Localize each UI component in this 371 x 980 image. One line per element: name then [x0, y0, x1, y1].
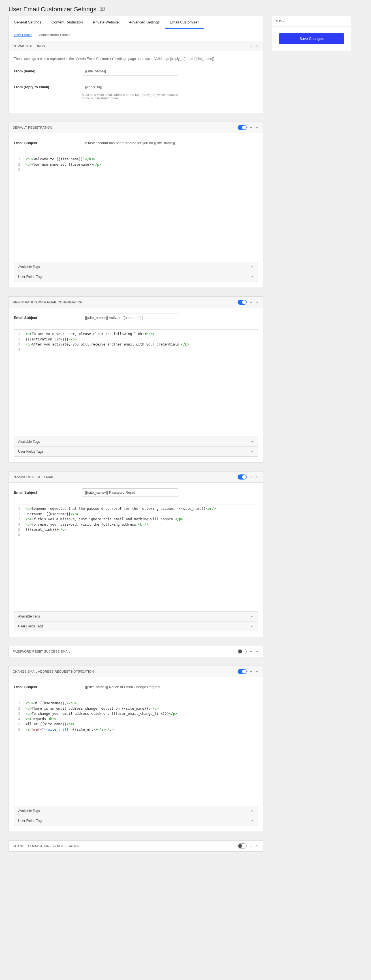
save-panel-header: SAVE [272, 16, 351, 27]
change-email-req-toggle[interactable] [238, 669, 247, 674]
default-registration-subject-input[interactable] [82, 139, 178, 147]
save-panel: SAVE Save Changes [272, 16, 351, 51]
reg-confirm-toggle[interactable] [238, 300, 247, 305]
reg-confirm-editor[interactable]: 1234<p>To activate your user, please cli… [14, 329, 258, 437]
tab-email-customizer[interactable]: Email Customizer [165, 16, 204, 29]
gutter: 123456 [14, 504, 23, 611]
reg-confirm-panel: REGISTRATION WITH EMAIL CONFIRMATIONEmai… [8, 296, 263, 463]
chevron-down-icon[interactable] [250, 440, 254, 444]
chevron-down-icon[interactable] [255, 475, 259, 479]
chevron-down-icon[interactable] [250, 624, 254, 628]
chevron-down-icon[interactable] [255, 300, 259, 304]
docs-icon[interactable] [99, 6, 105, 12]
reg-confirm-subject-label: Email Subject [14, 313, 82, 320]
reg-confirm-available-tags[interactable]: Available Tags [14, 437, 258, 447]
gutter: 1234 [14, 330, 23, 437]
chevron-down-icon[interactable] [250, 614, 254, 618]
reg-confirm-user-fields-tags[interactable]: User Fields Tags [14, 447, 258, 457]
pw-reset-success-toggle[interactable] [238, 649, 247, 654]
chevron-down-icon[interactable] [255, 44, 259, 48]
change-email-req-available-tags[interactable]: Available Tags [14, 806, 258, 816]
chevron-up-icon[interactable] [249, 44, 253, 48]
default-registration-header: DEFAULT REGISTRATION [9, 122, 263, 133]
chevron-down-icon[interactable] [250, 809, 254, 813]
change-email-req-editor[interactable]: 123456<h3>Hi {{username}},</h3> <p>There… [14, 698, 258, 806]
from-name-input[interactable] [82, 67, 178, 75]
tab-private-website[interactable]: Private Website [88, 16, 124, 29]
chevron-up-icon[interactable] [249, 475, 253, 479]
change-email-req-header: CHANGE EMAIL ADDRESS REQUEST NOTIFICATIO… [9, 666, 263, 677]
default-registration-panel: DEFAULT REGISTRATIONEmail Subject123<h3>… [8, 122, 263, 288]
changed-email-header: CHANGED EMAIL ADDRESS NOTIFICATION [8, 840, 263, 852]
chevron-up-icon[interactable] [249, 844, 253, 848]
chevron-down-icon[interactable] [255, 670, 259, 673]
pw-reset-success-header: PASSWORD RESET SUCCESS EMAIL [8, 646, 263, 657]
common-hint: These settings are also replicated in th… [14, 57, 258, 61]
change-email-req-subject-label: Email Subject [14, 683, 82, 689]
page-title: User Email Customizer Settings [8, 6, 97, 13]
chevron-up-icon[interactable] [249, 300, 253, 304]
reg-confirm-subject-input[interactable] [82, 313, 178, 322]
save-changes-button[interactable]: Save Changes [279, 33, 344, 44]
from-reply-hint: Must be a valid email address or the tag… [82, 93, 178, 100]
pw-reset-subject-label: Email Subject [14, 488, 82, 495]
default-registration-toggle[interactable] [238, 125, 247, 130]
change-email-req-user-fields-tags[interactable]: User Fields Tags [14, 816, 258, 826]
chevron-down-icon[interactable] [255, 844, 259, 848]
gutter: 123 [14, 155, 23, 262]
from-name-label: From (name) [14, 67, 82, 73]
pw-reset-available-tags[interactable]: Available Tags [14, 612, 258, 622]
pw-reset-header: PASSWORD RESET EMAIL [9, 471, 263, 483]
chevron-up-icon[interactable] [249, 126, 253, 129]
default-registration-subject-label: Email Subject [14, 139, 82, 145]
tab-general-settings[interactable]: General Settings [9, 16, 46, 29]
pw-reset-panel: PASSWORD RESET EMAILEmail Subject123456<… [8, 471, 263, 637]
default-registration-user-fields-tags[interactable]: User Fields Tags [14, 272, 258, 282]
chevron-down-icon[interactable] [250, 450, 254, 453]
chevron-down-icon[interactable] [250, 275, 254, 279]
chevron-up-icon[interactable] [249, 649, 253, 654]
pw-reset-subject-input[interactable] [82, 488, 178, 497]
change-email-req-subject-input[interactable] [82, 683, 178, 691]
tabs-panel: General SettingsContent RestrictionPriva… [8, 16, 263, 113]
change-email-req-panel: CHANGE EMAIL ADDRESS REQUEST NOTIFICATIO… [8, 666, 263, 832]
gutter: 123456 [14, 699, 23, 806]
common-settings-header: COMMON SETTINGS [9, 41, 263, 51]
pw-reset-editor[interactable]: 123456<p>Someone requested that the pass… [14, 504, 258, 612]
chevron-down-icon[interactable] [255, 649, 259, 654]
chevron-down-icon[interactable] [250, 819, 254, 823]
changed-email-toggle[interactable] [238, 843, 247, 848]
from-reply-label: From (reply-to email) [14, 83, 82, 89]
tab-advanced-settings[interactable]: Advanced Settings [124, 16, 165, 29]
reg-confirm-header: REGISTRATION WITH EMAIL CONFIRMATION [9, 297, 263, 308]
subtab-user-emails[interactable]: User Emails [14, 32, 32, 38]
default-registration-editor[interactable]: 123<h3>Welcome to {{site_name}}!</h3> <p… [14, 155, 258, 262]
svg-rect-0 [100, 7, 104, 11]
pw-reset-toggle[interactable] [238, 474, 247, 480]
chevron-up-icon[interactable] [249, 670, 253, 673]
tab-content-restriction[interactable]: Content Restriction [46, 16, 88, 29]
subtab-administrator-emails[interactable]: Administrator Emails [39, 32, 70, 38]
pw-reset-user-fields-tags[interactable]: User Fields Tags [14, 622, 258, 632]
chevron-down-icon[interactable] [255, 126, 259, 129]
default-registration-available-tags[interactable]: Available Tags [14, 262, 258, 272]
chevron-down-icon[interactable] [250, 265, 254, 269]
from-reply-input[interactable] [82, 83, 178, 91]
